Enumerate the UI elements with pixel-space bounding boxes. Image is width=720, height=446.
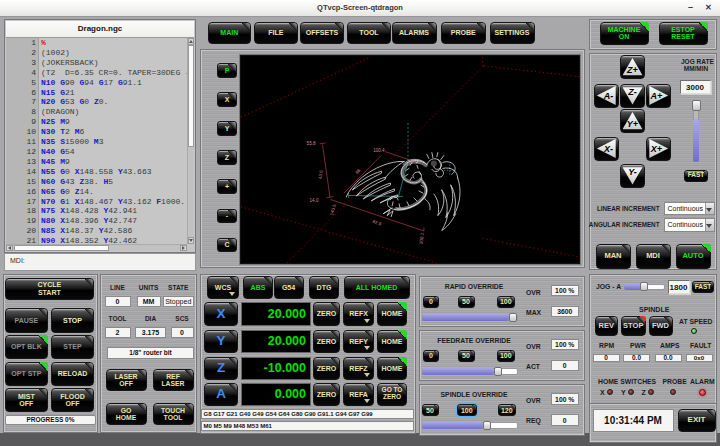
svg-text:43.5: 43.5 [318,169,324,179]
svg-text:140.5: 140.5 [329,203,337,216]
svg-text:82.9: 82.9 [372,218,382,226]
svg-text:66: 66 [354,167,361,174]
svg-text:100.4: 100.4 [373,147,385,152]
svg-text:55.8: 55.8 [307,140,316,145]
svg-text:200.1: 200.1 [419,232,425,244]
svg-text:14.0: 14.0 [310,197,319,202]
